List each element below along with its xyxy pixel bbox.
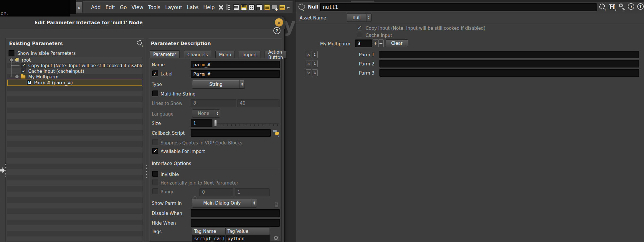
dialog-edge-grip[interactable] — [5, 163, 6, 177]
show-parm-in-spinner[interactable]: ▲▼ — [252, 199, 257, 207]
cache-input-checkbox[interactable] — [357, 32, 362, 38]
tags-col-tag-name[interactable]: Tag Name — [192, 228, 226, 235]
menu-help[interactable]: Help — [201, 4, 217, 10]
image-add-icon[interactable]: + — [271, 4, 278, 11]
invisible-checkbox[interactable] — [152, 171, 158, 177]
dialog-titlebar[interactable]: Edit Parameter Interface for 'null1' Nod… — [0, 17, 285, 29]
size-field[interactable]: 1 — [191, 119, 212, 127]
multiparm-expander[interactable]: − — [15, 75, 19, 79]
label-checkbox[interactable]: ✓ — [152, 70, 158, 76]
multiparm-add-button[interactable]: + — [373, 39, 378, 47]
menu-add[interactable]: Add — [89, 4, 103, 10]
close-button[interactable]: × — [275, 18, 283, 27]
parm3-field[interactable] — [379, 69, 639, 77]
parm2-delete-button[interactable]: × — [306, 60, 311, 67]
multiparm-count-field[interactable]: 3 — [355, 39, 372, 47]
show-invisible-checkbox[interactable] — [9, 50, 14, 56]
language-spinner[interactable]: ▲▼ — [215, 110, 220, 117]
panes-icon[interactable] — [255, 4, 263, 11]
search-icon[interactable] — [619, 4, 623, 7]
range-max-field[interactable]: 1 — [235, 188, 270, 196]
tree-parm-label: Parm # (parm_#) — [34, 80, 73, 85]
multiline-checkbox[interactable] — [152, 90, 158, 96]
scroll-up-button[interactable]: ▲ — [76, 2, 82, 13]
help-icon[interactable]: ? — [637, 3, 644, 10]
parm3-reorder-button[interactable]: ↕ — [312, 69, 318, 76]
available-import-checkbox[interactable]: ✓ — [152, 148, 158, 154]
parm3-delete-button[interactable]: × — [306, 69, 311, 76]
tree-row-root[interactable]: − root — [7, 57, 143, 63]
menu-labs[interactable]: Labs — [184, 4, 201, 10]
type-dropdown[interactable]: String ▲▼ — [192, 80, 245, 89]
shelf-icon[interactable] — [278, 4, 286, 11]
disable-when-field[interactable] — [191, 209, 280, 217]
tags-table-resize-grip[interactable] — [274, 236, 278, 240]
dialog-help-button[interactable]: ? — [273, 27, 280, 34]
name-field[interactable]: parm_# — [191, 61, 280, 68]
range-checkbox[interactable] — [152, 188, 158, 194]
wrench-tools-icon[interactable] — [217, 4, 225, 11]
size-slider-handle[interactable] — [214, 120, 217, 126]
copy-input-checkbox[interactable]: ✓ — [357, 25, 362, 31]
label-field[interactable]: Parm # — [191, 70, 280, 78]
range-max-lock-icon[interactable] — [274, 204, 278, 208]
callback-script-field[interactable] — [191, 129, 271, 137]
tab-channels[interactable]: Channels — [184, 51, 211, 58]
menu-edit[interactable]: Edit — [103, 4, 118, 10]
interface-options-header: Interface Options — [152, 161, 191, 166]
gear-icon[interactable] — [599, 4, 605, 9]
grid-view-icon[interactable] — [240, 4, 248, 11]
size-slider[interactable] — [214, 119, 280, 127]
tree-row-my-multiparm[interactable]: − My Multiparm — [7, 74, 143, 80]
tab-parameter[interactable]: Parameter — [150, 50, 180, 58]
lines-to-show-field2[interactable]: 40 — [237, 99, 280, 107]
tab-import[interactable]: Import — [239, 51, 261, 58]
parm1-reorder-button[interactable]: ↕ — [312, 51, 318, 58]
string-parm-cursor — [30, 81, 31, 84]
tags-table-row[interactable]: script_call python — [192, 235, 270, 242]
menu-layout[interactable]: Layout — [163, 4, 185, 10]
panel-dots-icon[interactable] — [248, 4, 255, 11]
houdini-logo-icon[interactable]: H — [609, 3, 615, 11]
show-parm-in-dropdown[interactable]: Main Dialog Only ▲▼ — [192, 199, 257, 208]
asset-name-spinner[interactable]: ▲▼ — [366, 14, 371, 22]
parm2-reorder-button[interactable]: ↕ — [312, 60, 318, 67]
more-arrow-icon[interactable]: ► — [286, 5, 291, 9]
suppress-quotes-checkbox[interactable] — [152, 139, 158, 145]
parm2-field[interactable] — [379, 60, 639, 68]
hide-when-field[interactable] — [191, 219, 280, 227]
tag-name-cell[interactable]: script_call — [192, 235, 226, 242]
menu-go[interactable]: Go — [118, 4, 129, 10]
node-name-field[interactable]: null1 — [320, 3, 597, 11]
parameter-tree-list[interactable]: − root ✓ Copy Input (Note: Input will be… — [7, 57, 143, 241]
menu-tools[interactable]: Tools — [146, 4, 163, 10]
list-view-icon[interactable] — [232, 4, 240, 11]
tab-menu[interactable]: Menu — [215, 51, 235, 58]
menu-view[interactable]: View — [129, 4, 146, 10]
tree-row-parm-selected[interactable]: b Parm # (parm_#) — [7, 80, 142, 86]
tags-col-tag-value[interactable]: Tag Value — [226, 228, 270, 235]
parm1-field[interactable] — [379, 51, 639, 58]
tree-row-cache-input[interactable]: ✓ Cache Input (cacheinput) — [7, 68, 143, 74]
asset-name-dropdown[interactable]: null ▲▼ — [347, 14, 371, 22]
type-spinner[interactable]: ▲▼ — [240, 80, 245, 88]
horizontal-join-label: Horizontally Join to Next Parameter — [161, 180, 238, 186]
root-expander[interactable]: − — [9, 58, 13, 62]
tag-value-cell[interactable]: python — [226, 235, 270, 242]
tags-table: Tag Name Tag Value script_call python — [192, 228, 270, 242]
parm1-delete-button[interactable]: × — [306, 51, 311, 58]
edit-parameter-interface-dialog: Edit Parameter Interface for 'null1' Nod… — [0, 17, 285, 242]
info-icon[interactable]: i — [628, 3, 634, 10]
tree-view-icon[interactable] — [225, 4, 232, 11]
horizontal-join-checkbox[interactable] — [152, 180, 158, 185]
tab-action-button[interactable]: Action Button — [265, 51, 286, 58]
language-dropdown[interactable]: None ▲▼ — [192, 109, 220, 118]
lines-to-show-field1[interactable]: 8 — [191, 99, 236, 107]
tree-row-copy-input[interactable]: ✓ Copy Input (Note: Input will be still … — [7, 63, 143, 68]
invisible-label: Invisible — [161, 172, 179, 177]
note-icon[interactable] — [263, 4, 271, 11]
multiparm-clear-button[interactable]: Clear — [386, 39, 408, 47]
multiparm-remove-button[interactable]: − — [378, 39, 384, 47]
range-min-field[interactable]: 0 — [199, 188, 233, 196]
panel-splitter-grip[interactable] — [146, 165, 147, 178]
